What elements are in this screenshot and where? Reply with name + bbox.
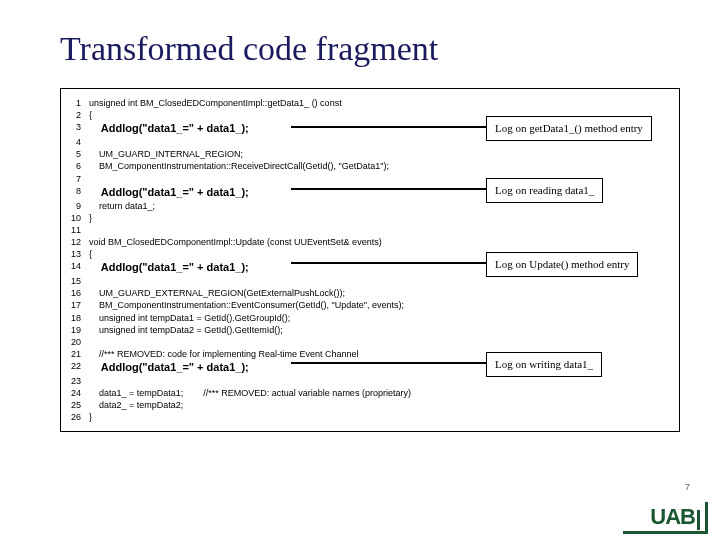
line-number: 1 (67, 97, 89, 109)
code-box: 1unsigned int BM_ClosedEDComponentImpl::… (60, 88, 680, 432)
code-line: void BM_ClosedEDComponentImpl::Update (c… (89, 236, 673, 248)
line-number: 2 (67, 109, 89, 121)
code-line: unsigned int BM_ClosedEDComponentImpl::g… (89, 97, 673, 109)
line-number: 25 (67, 399, 89, 411)
line-number: 4 (67, 136, 89, 148)
line-number: 21 (67, 348, 89, 360)
line-number: 12 (67, 236, 89, 248)
line-number: 24 (67, 387, 89, 399)
line-number: 7 (67, 173, 89, 185)
line-number: 8 (67, 185, 89, 197)
connector-line (291, 262, 486, 264)
code-line: UM_GUARD_INTERNAL_REGION; (89, 148, 673, 160)
code-line: } (89, 212, 673, 224)
code-line: } (89, 411, 673, 423)
connector-line (291, 126, 486, 128)
callout-read-data1: Log on reading data1_ (486, 178, 603, 203)
line-number: 6 (67, 160, 89, 172)
line-number: 19 (67, 324, 89, 336)
page-number: 7 (685, 482, 690, 492)
line-number: 17 (67, 299, 89, 311)
callout-write-data1: Log on writing data1_ (486, 352, 602, 377)
connector-line (291, 188, 486, 190)
line-number: 11 (67, 224, 89, 236)
uab-logo: UAB (650, 504, 700, 530)
code-line: BM_ComponentInstrumentation::EventConsum… (89, 299, 673, 311)
code-line: data1_ = tempData1; //*** REMOVED: actua… (89, 387, 673, 399)
slide-title: Transformed code fragment (60, 30, 680, 68)
logo-bar-icon (697, 510, 700, 530)
line-number: 3 (67, 121, 89, 133)
line-number: 10 (67, 212, 89, 224)
callout-update-entry: Log on Update() method entry (486, 252, 638, 277)
code-line: UM_GUARD_EXTERNAL_REGION(GetExternalPush… (89, 287, 673, 299)
code-line: data2_ = tempData2; (89, 399, 673, 411)
code-line: BM_ComponentInstrumentation::ReceiveDire… (89, 160, 673, 172)
line-number: 18 (67, 312, 89, 324)
line-number: 5 (67, 148, 89, 160)
line-number: 20 (67, 336, 89, 348)
line-number: 26 (67, 411, 89, 423)
connector-line (291, 362, 486, 364)
code-line: unsigned int tempData1 = GetId().GetGrou… (89, 312, 673, 324)
callout-getdata-entry: Log on getData1_() method entry (486, 116, 652, 141)
line-number: 14 (67, 260, 89, 272)
code-line: unsigned int tempData2 = GetId().GetItem… (89, 324, 673, 336)
line-number: 15 (67, 275, 89, 287)
logo-text: UAB (650, 504, 695, 529)
line-number: 22 (67, 360, 89, 372)
line-number: 23 (67, 375, 89, 387)
line-number: 9 (67, 200, 89, 212)
line-number: 16 (67, 287, 89, 299)
line-number: 13 (67, 248, 89, 260)
